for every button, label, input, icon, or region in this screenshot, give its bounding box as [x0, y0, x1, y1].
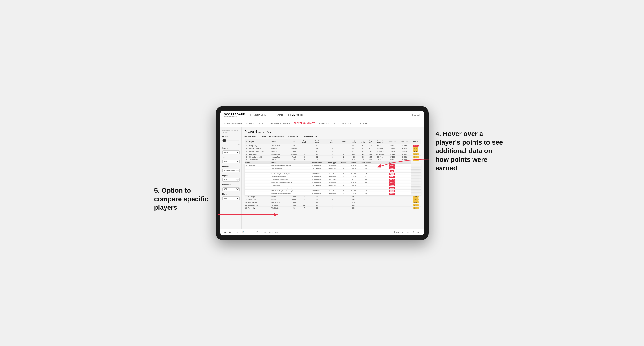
event-cell-wpoints[interactable]: 56.18: [374, 189, 410, 192]
sidebar-conference-select[interactable]: (All): [222, 187, 240, 191]
event-cell-rounds: 3: [339, 173, 349, 175]
event-cell-wpoints[interactable]: 40.64: [374, 164, 410, 167]
table-row[interactable]: 25 Cole Sherwood Vanderbilt Fourth 12 24…: [244, 204, 421, 206]
table-row[interactable]: 22 Ian Gilligan Florida Third 10 24 1 68…: [244, 195, 421, 198]
sub-nav-player-h2h-heatmap[interactable]: PLAYER H2H HEATMAP: [342, 122, 368, 125]
toolbar-forward[interactable]: ▶: [228, 231, 232, 234]
event-row[interactable]: Southern Highlands Collegiate NCAA Divis…: [244, 173, 421, 175]
sidebar-no-rds-slider[interactable]: [222, 139, 240, 142]
sub-nav-player-summary[interactable]: PLAYER SUMMARY: [294, 121, 315, 125]
cell-points[interactable]: 39.95: [410, 204, 421, 206]
event-row[interactable]: The Cypress Point Classic NCAA Division …: [244, 178, 421, 181]
event-cell-wpoints[interactable]: 25.58: [374, 186, 410, 189]
table-row[interactable]: 24 Bastien Amat New Mexico Fourth 1 27 2…: [244, 201, 421, 204]
event-cell-wpoints[interactable]: 73.33: [374, 173, 410, 175]
sidebar-region-select[interactable]: N/A: [222, 178, 240, 182]
event-cell-status: PLAYED: [349, 167, 359, 170]
cell-sg: 3.07: [367, 144, 374, 147]
sub-nav-player-h2h-grid[interactable]: PLAYER H2H GRID: [318, 122, 339, 125]
event-row[interactable]: SEC Match Play hosted by Jerry Pate NCAA…: [244, 186, 421, 189]
cell-points[interactable]: 68.54: [410, 153, 421, 156]
toolbar-watch[interactable]: 👁 Watch ▼: [392, 231, 404, 234]
watch-chevron: ▼: [402, 231, 404, 233]
table-row[interactable]: 4 Luke Claton Florida State Second 5 27 …: [244, 153, 421, 156]
table-row[interactable]: 1 Wenyi Ding Arizona State First 1 15 1 …: [244, 144, 421, 147]
event-row[interactable]: Tiger Invitational NCAA Division I Strok…: [244, 167, 421, 170]
table-row[interactable]: 23 Jack Lundin Missouri Fourth 11 24 0 6…: [244, 198, 421, 201]
toolbar-copy[interactable]: 📋: [241, 231, 246, 234]
cell-conf: 20: [309, 150, 325, 153]
nav-committee[interactable]: COMMITTEE: [288, 113, 303, 117]
event-row[interactable]: Mirabel Maui Jim Intercollegiate NCAA Di…: [244, 192, 421, 195]
cell-points[interactable]: 40.27: [410, 198, 421, 201]
event-row[interactable]: Jackson Koivu UNCW Seahawk Intercollegia…: [244, 164, 421, 167]
event-cell-wpoints[interactable]: 16.50: [374, 181, 410, 184]
cell-player: 22 Ian Gilligan: [244, 195, 270, 198]
event-cell-wpoints[interactable]: 53.60: [374, 167, 410, 170]
sign-out-link[interactable]: Sign out: [412, 114, 420, 116]
cell-points[interactable]: 60.49: [410, 156, 421, 158]
filter-division: Division: NCAA Division I: [261, 135, 284, 138]
cell-wins: [339, 195, 349, 198]
nav-items: TOURNAMENTS TEAMS COMMITTEE: [250, 113, 410, 117]
cell-reg: 11: [300, 198, 309, 201]
cell-rds: 1: [326, 158, 339, 161]
cell-topar: -3.2: [358, 144, 367, 147]
cell-topar: [358, 198, 367, 201]
cell-points[interactable]: 88.27: [410, 144, 421, 147]
toolbar-share[interactable]: ⇧ Share: [412, 231, 421, 234]
toolbar-download[interactable]: ⬇: [406, 231, 410, 234]
sub-nav-team-summary[interactable]: TEAM SUMMARY: [224, 122, 242, 125]
nav-tournaments[interactable]: TOURNAMENTS: [250, 113, 270, 117]
event-cell-rounds: 3: [339, 170, 349, 173]
cell-points[interactable]: 38.49: [410, 206, 421, 209]
cell-points[interactable]: 58.18: [410, 158, 421, 161]
toolbar-back[interactable]: ◀: [223, 231, 226, 234]
sidebar-gender-select[interactable]: Men Women: [222, 151, 240, 154]
event-row[interactable]: Wake Forest Invitational at Pinehurst No…: [244, 170, 421, 173]
table-row[interactable]: 6 Jackson Koivu Auburn First 2 27 1 1 67…: [244, 158, 421, 161]
event-row[interactable]: Fallen Oak Collegiate Invitational NCAA …: [244, 181, 421, 184]
event-cell-player: [244, 178, 270, 181]
event-row[interactable]: Williams Cup NCAA Division I Stroke Play…: [244, 184, 421, 186]
sub-nav-team-h2h-heatmap[interactable]: TEAM H2H HEATMAP: [268, 122, 290, 125]
filter-gender: Gender: Men: [244, 135, 256, 138]
cell-vs50: 35-16-4: [398, 147, 410, 150]
cell-adj: 67.5: [349, 158, 359, 161]
sidebar-year-select[interactable]: (All): [222, 160, 240, 163]
toolbar-view[interactable]: 👁 View: Original: [263, 231, 279, 234]
toolbar-dots[interactable]: …: [248, 231, 251, 234]
filter-region-label: Region: All: [288, 135, 298, 138]
event-cell-wpoints[interactable]: 66.40: [374, 192, 410, 195]
cell-conf: 24: [309, 195, 325, 198]
standings-table: # Player School Yr RegRank ConfRank NoRd…: [244, 139, 421, 209]
event-cell-player: [244, 181, 270, 184]
sidebar-division-select[interactable]: NCAA Division I: [222, 169, 240, 173]
cell-rds: 2: [326, 201, 339, 204]
points-badge: 39.95: [413, 204, 418, 206]
event-cell-wpoints[interactable]: 24.11: [374, 178, 410, 181]
toolbar-clock[interactable]: ◯: [255, 231, 259, 234]
cell-player: 24 Bastien Amat: [244, 201, 270, 204]
sidebar-player-select[interactable]: (All): [222, 196, 240, 200]
event-cell-wpoints[interactable]: 40.7: [374, 170, 410, 173]
points-badge: 88.27: [413, 145, 418, 147]
cell-reg: 2: [300, 156, 309, 158]
event-cell-event: The Cypress Point Classic: [270, 178, 309, 181]
event-row[interactable]: Amer An Intercollegiate NCAA Division I …: [244, 175, 421, 178]
table-row[interactable]: 5 Christo Lamprecht Georgia Tech Fourth …: [244, 156, 421, 158]
nav-teams[interactable]: TEAMS: [274, 113, 283, 117]
cell-points[interactable]: 40.02: [410, 201, 421, 204]
cell-points[interactable]: 70.2: [410, 150, 421, 153]
cell-points[interactable]: 76.3: [410, 147, 421, 150]
table-row[interactable]: 26 Petr Hruby Washington Fifth 7 23 0 68…: [244, 206, 421, 209]
event-row[interactable]: SEC Stroke Play hosted by Jerry Pate NCA…: [244, 189, 421, 192]
toolbar-refresh[interactable]: ↻: [236, 231, 239, 234]
table-row[interactable]: 3 Michael Thorbjornsen Stanford Fourth 1…: [244, 150, 421, 153]
event-cell-wpoints[interactable]: 57.57: [374, 175, 410, 178]
table-row[interactable]: 2 Michael La Sasso Ole Miss Second 1 18 …: [244, 147, 421, 150]
event-cell-wpoints[interactable]: 30.47: [374, 184, 410, 186]
event-cell-event: Tiger Invitational: [270, 167, 309, 170]
sub-nav-team-h2h-grid[interactable]: TEAM H2H GRID: [246, 122, 264, 125]
cell-points[interactable]: 40.68: [410, 195, 421, 198]
